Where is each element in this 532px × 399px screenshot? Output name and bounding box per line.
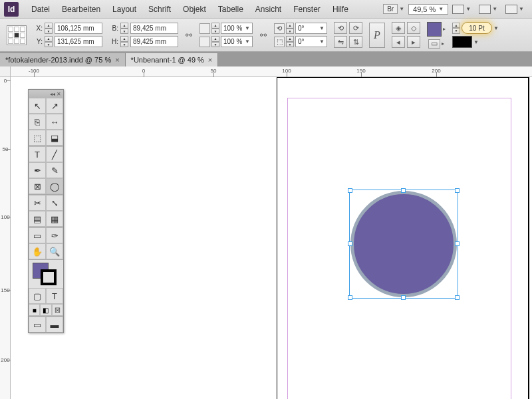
selection-tool[interactable]: ↖ (29, 98, 46, 114)
selected-object[interactable] (350, 191, 457, 297)
note-tool[interactable]: ▭ (29, 227, 46, 243)
hand-tool[interactable]: ✋ (29, 243, 46, 259)
w-spinner[interactable]: ▲▼ (120, 23, 128, 34)
zoom-tool[interactable]: 🔍 (46, 243, 63, 259)
menu-datei[interactable]: Datei (25, 5, 56, 14)
arrange-icon[interactable]: ▼ (475, 5, 501, 14)
fill-stroke-swatches[interactable] (29, 260, 63, 288)
line-tool[interactable]: ╱ (46, 146, 63, 162)
tab-unbenannt[interactable]: *Unbenannt-1 @ 49 %× (126, 53, 219, 66)
horizontal-ruler[interactable]: -100050100150200 (11, 66, 532, 77)
panel-header[interactable]: ◂◂ ✕ (29, 90, 63, 98)
menu-bearbeiten[interactable]: Bearbeiten (56, 5, 106, 14)
content-placer-tool[interactable]: ⬓ (46, 130, 63, 146)
direct-selection-tool[interactable]: ↗ (46, 98, 63, 114)
scale-x-field[interactable]: 100 %▼ (221, 23, 253, 34)
select-next-icon[interactable]: ▸ (407, 36, 420, 48)
formatting-text-icon[interactable]: T (46, 288, 63, 304)
menu-layout[interactable]: Layout (106, 5, 142, 14)
char-panel-icon[interactable]: P (369, 23, 385, 48)
h-field[interactable]: 89,425 mm (130, 36, 178, 47)
select-container-icon[interactable]: ◇ (407, 22, 420, 34)
stroke-weight-field[interactable]: 10 Pt (462, 22, 492, 34)
stroke-style[interactable] (452, 36, 472, 48)
stroke-weight-spinner[interactable]: ▲▼ (452, 23, 460, 34)
menu-objekt[interactable]: Objekt (177, 5, 212, 14)
gap-tool[interactable]: ↔ (46, 114, 63, 130)
pencil-tool[interactable]: ✎ (46, 162, 63, 178)
scissors-tool[interactable]: ✂ (29, 195, 46, 211)
constrain-scale-icon[interactable]: ⚯ (259, 24, 267, 47)
rotate-cw-icon[interactable]: ⟳ (349, 22, 362, 34)
menu-bar: Id Datei Bearbeiten Layout Schrift Objek… (0, 0, 532, 19)
rotate-ccw-icon[interactable]: ⟲ (334, 22, 347, 34)
rotate-field[interactable]: 0°▼ (295, 23, 327, 34)
menu-hilfe[interactable]: Hilfe (327, 5, 354, 14)
tab-fotokalender[interactable]: *fotokalender-2013.indd @ 75 %× (0, 53, 126, 66)
x-field[interactable]: 106,125 mm (55, 23, 102, 34)
view-mode-preview-icon[interactable]: ▬ (46, 317, 63, 332)
canvas[interactable]: ◂◂ ✕ ↖ ↗ ⎘ ↔ ⬚ ⬓ T ╱ ✒ ✎ ⊠ ◯ ✂ ⤡ ▤ ▦ (11, 77, 532, 399)
y-field[interactable]: 131,625 mm (55, 36, 102, 47)
handle-tl[interactable] (348, 188, 352, 193)
workspace-icon[interactable]: ▼ (501, 5, 528, 14)
rotate-icon: ⟲ (274, 23, 285, 34)
apply-color-icon[interactable]: ■ (29, 304, 40, 316)
app-logo: Id (4, 2, 19, 17)
gradient-swatch-tool[interactable]: ▤ (29, 211, 46, 227)
scale-y-field[interactable]: 100 %▼ (221, 36, 253, 47)
tools-panel[interactable]: ◂◂ ✕ ↖ ↗ ⎘ ↔ ⬚ ⬓ T ╱ ✒ ✎ ⊠ ◯ ✂ ⤡ ▤ ▦ (28, 89, 64, 333)
handle-mr[interactable] (455, 241, 460, 246)
vertical-ruler[interactable]: 050100150200 (0, 77, 11, 399)
x-spinner[interactable]: ▲▼ (45, 23, 53, 34)
ellipse-tool[interactable]: ◯ (46, 178, 63, 194)
type-tool[interactable]: T (29, 146, 46, 162)
handle-br[interactable] (455, 295, 460, 300)
handle-ml[interactable] (348, 241, 352, 246)
page-tool[interactable]: ⎘ (29, 114, 46, 130)
fill-swatch[interactable] (427, 22, 442, 37)
formatting-container-icon[interactable]: ▢ (29, 288, 46, 304)
page (277, 77, 529, 399)
select-content-icon[interactable]: ◈ (392, 22, 405, 34)
menu-fenster[interactable]: Fenster (287, 5, 327, 14)
h-spinner[interactable]: ▲▼ (120, 36, 128, 47)
rotate-spinner[interactable]: ▲▼ (286, 23, 294, 34)
handle-bl[interactable] (348, 295, 352, 300)
eyedropper-tool[interactable]: ✑ (46, 227, 63, 243)
w-field[interactable]: 89,425 mm (130, 23, 178, 34)
screen-mode-icon[interactable]: ▼ (448, 5, 475, 14)
flip-h-icon[interactable]: ⇋ (334, 36, 347, 48)
apply-gradient-icon[interactable]: ◧ (40, 304, 51, 316)
scale-y-spinner[interactable]: ▲▼ (211, 36, 219, 47)
shear-field[interactable]: 0°▼ (295, 36, 327, 47)
gradient-feather-tool[interactable]: ▦ (46, 211, 63, 227)
rectangle-frame-tool[interactable]: ⊠ (29, 178, 46, 194)
handle-bc[interactable] (401, 295, 406, 300)
zoom-level[interactable]: 49,5 %▼ (408, 4, 448, 15)
y-spinner[interactable]: ▲▼ (45, 36, 53, 47)
constrain-wh-icon[interactable]: ⚯ (185, 24, 193, 47)
bridge-button[interactable]: Br▼ (379, 4, 408, 14)
reference-point[interactable] (7, 25, 27, 45)
menu-tabelle[interactable]: Tabelle (212, 5, 249, 14)
apply-none-icon[interactable]: ☒ (52, 304, 63, 316)
shear-spinner[interactable]: ▲▼ (286, 36, 294, 47)
close-icon[interactable]: × (208, 56, 212, 64)
view-mode-normal-icon[interactable]: ▭ (29, 317, 46, 332)
stroke-color-icon[interactable] (41, 269, 57, 285)
flip-rotate-group: ⟲ ⟳ ⇋ ⇅ (334, 22, 362, 48)
free-transform-tool[interactable]: ⤡ (46, 195, 63, 211)
pen-tool[interactable]: ✒ (29, 162, 46, 178)
menu-ansicht[interactable]: Ansicht (249, 5, 287, 14)
content-collector-tool[interactable]: ⬚ (29, 130, 46, 146)
select-prev-icon[interactable]: ◂ (392, 36, 405, 48)
handle-tr[interactable] (455, 188, 460, 193)
scale-x-spinner[interactable]: ▲▼ (211, 23, 219, 34)
stroke-type-icon[interactable]: ▭ (428, 39, 440, 49)
ruler-origin[interactable] (0, 66, 11, 77)
menu-schrift[interactable]: Schrift (142, 5, 177, 14)
handle-tc[interactable] (401, 188, 406, 193)
flip-v-icon[interactable]: ⇅ (349, 36, 362, 48)
close-icon[interactable]: × (115, 56, 119, 64)
